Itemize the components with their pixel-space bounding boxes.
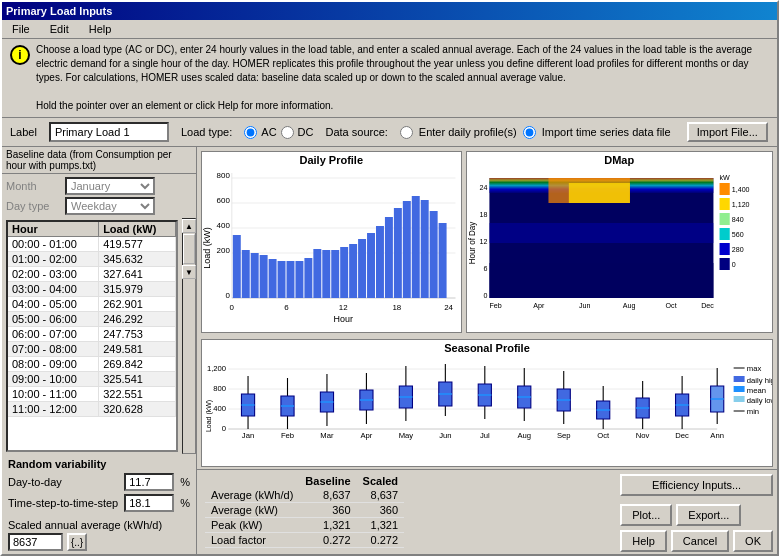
daily-profile-svg: Load (kW) 800 600 400 200 0: [202, 168, 461, 323]
radio-enter-daily-label: Enter daily profile(s): [419, 126, 517, 138]
svg-rect-136: [734, 376, 745, 382]
import-file-button[interactable]: Import File...: [687, 122, 768, 142]
hour-table: Hour Load (kW) 00:00 - 01:00419.57701:00…: [8, 222, 176, 417]
main-content: Baseline data (from Consumption per hour…: [2, 147, 777, 554]
rv-day-label: Day-to-day: [8, 476, 118, 488]
day-type-select[interactable]: Weekday: [65, 197, 155, 215]
radio-ac[interactable]: [244, 126, 257, 139]
dmap-chart: DMap Hour of Day 0 6 12 18 24: [466, 151, 774, 333]
svg-text:24: 24: [444, 303, 453, 312]
dropdowns: Month January Day type Weekday: [2, 174, 196, 218]
stats-table: Baseline Scaled Average (kWh/d)8,6378,63…: [205, 474, 404, 548]
svg-rect-33: [421, 200, 429, 298]
radio-dc[interactable]: [281, 126, 294, 139]
svg-text:600: 600: [217, 196, 231, 205]
radio-import-time[interactable]: [523, 126, 536, 139]
svg-text:Jan: Jan: [242, 431, 254, 440]
svg-rect-18: [287, 261, 295, 298]
menu-edit[interactable]: Edit: [44, 22, 75, 36]
svg-text:1,200: 1,200: [207, 364, 226, 373]
hour-table-scroll[interactable]: Hour Load (kW) 00:00 - 01:00419.57701:00…: [6, 220, 178, 452]
daily-profile-area: Load (kW) 800 600 400 200 0: [202, 168, 461, 332]
export-button[interactable]: Export...: [676, 504, 741, 526]
svg-rect-19: [295, 261, 303, 298]
scroll-thumb[interactable]: [183, 234, 195, 264]
rv-timestep-input[interactable]: [124, 494, 174, 512]
svg-rect-26: [358, 239, 366, 298]
info-box: i Choose a load type (AC or DC), enter 2…: [2, 39, 777, 118]
seasonal-profile-title: Seasonal Profile: [202, 340, 772, 356]
daily-profile-chart: Daily Profile Load (kW) 800 600 400 200 …: [201, 151, 462, 333]
table-row: 04:00 - 05:00262.901: [8, 297, 176, 312]
svg-text:Mar: Mar: [320, 431, 334, 440]
svg-rect-15: [260, 255, 268, 298]
svg-text:0: 0: [222, 424, 226, 433]
table-row: 11:00 - 12:00320.628: [8, 402, 176, 417]
rv-day-input[interactable]: [124, 473, 174, 491]
title-bar: Primary Load Inputs: [2, 2, 777, 20]
label-label: Label: [10, 126, 37, 138]
svg-text:800: 800: [213, 384, 226, 393]
label-row: Label Load type: AC DC Data source: Ente…: [2, 118, 777, 147]
scaled-annual-inputs: {..}: [8, 533, 190, 551]
menu-help[interactable]: Help: [83, 22, 118, 36]
rv-timestep-label: Time-step-to-time-step: [8, 497, 118, 509]
info-text: Choose a load type (AC or DC), enter 24 …: [36, 43, 769, 113]
scaled-annual-label: Scaled annual average (kWh/d): [8, 519, 162, 531]
svg-rect-22: [322, 250, 330, 298]
dots-button[interactable]: {..}: [67, 533, 87, 551]
svg-text:400: 400: [217, 221, 231, 230]
month-select[interactable]: January: [65, 177, 155, 195]
svg-rect-63: [719, 198, 729, 210]
menu-bar: File Edit Help: [2, 20, 777, 39]
svg-rect-61: [719, 183, 729, 195]
stats-row: Load factor0.2720.272: [205, 533, 404, 548]
label-input[interactable]: [49, 122, 169, 142]
window-title: Primary Load Inputs: [6, 5, 112, 17]
svg-rect-31: [403, 201, 411, 298]
svg-text:Apr: Apr: [360, 431, 372, 440]
table-row: 02:00 - 03:00327.641: [8, 267, 176, 282]
svg-text:Jun: Jun: [579, 302, 591, 309]
cancel-button[interactable]: Cancel: [671, 530, 729, 552]
plot-export-row: Plot... Export...: [620, 504, 773, 526]
main-window: Primary Load Inputs File Edit Help i Cho…: [0, 0, 779, 556]
svg-text:200: 200: [217, 246, 231, 255]
help-button[interactable]: Help: [620, 530, 667, 552]
svg-text:Hour of Day: Hour of Day: [468, 221, 477, 265]
plot-button[interactable]: Plot...: [620, 504, 672, 526]
stats-row: Average (kWh/d)8,6378,637: [205, 488, 404, 503]
svg-rect-71: [719, 258, 729, 270]
svg-rect-21: [313, 249, 321, 298]
svg-text:Oct: Oct: [665, 302, 676, 309]
svg-rect-24: [340, 247, 348, 298]
scroll-down-arrow[interactable]: ▼: [182, 265, 196, 279]
svg-text:Dec: Dec: [701, 302, 714, 309]
svg-text:Aug: Aug: [517, 431, 531, 440]
scroll-up-arrow[interactable]: ▲: [182, 219, 196, 233]
svg-rect-52: [489, 223, 713, 243]
svg-text:Aug: Aug: [622, 302, 635, 310]
svg-rect-13: [242, 250, 250, 298]
efficiency-inputs-button[interactable]: Efficiency Inputs...: [620, 474, 773, 496]
svg-text:Dec: Dec: [675, 431, 689, 440]
svg-rect-69: [719, 243, 729, 255]
svg-text:840: 840: [731, 216, 743, 223]
table-scrollbar[interactable]: ▲ ▼: [182, 218, 196, 454]
table-row: 08:00 - 09:00269.842: [8, 357, 176, 372]
table-row: 01:00 - 02:00345.632: [8, 252, 176, 267]
menu-file[interactable]: File: [6, 22, 36, 36]
svg-rect-16: [269, 259, 277, 298]
daily-profile-title: Daily Profile: [202, 152, 461, 168]
svg-text:0: 0: [731, 261, 735, 268]
scaled-annual-input[interactable]: [8, 533, 63, 551]
svg-rect-51: [568, 183, 629, 203]
svg-rect-65: [719, 213, 729, 225]
svg-text:0: 0: [483, 292, 487, 299]
svg-text:mean: mean: [747, 386, 766, 395]
dmap-area: Hour of Day 0 6 12 18 24: [467, 168, 773, 332]
dmap-svg: Hour of Day 0 6 12 18 24: [467, 168, 773, 323]
svg-text:kW: kW: [719, 174, 730, 181]
radio-enter-daily[interactable]: [400, 126, 413, 139]
ok-button[interactable]: OK: [733, 530, 773, 552]
